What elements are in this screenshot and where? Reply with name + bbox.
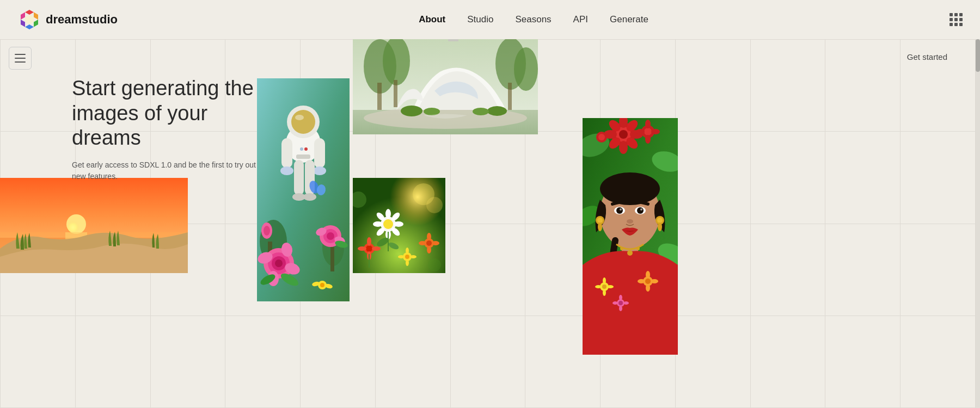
grid-cell: [301, 316, 376, 408]
svg-rect-13: [296, 154, 310, 159]
svg-point-15: [304, 147, 308, 151]
grid-dot: [959, 13, 963, 16]
svg-point-155: [619, 306, 622, 311]
svg-point-161: [646, 284, 650, 292]
svg-point-127: [651, 129, 660, 134]
grid-cell: [151, 316, 226, 408]
svg-point-55: [487, 106, 507, 116]
svg-rect-10: [314, 138, 325, 168]
grid-cell: [676, 224, 751, 316]
svg-point-82: [367, 237, 371, 246]
nav-link-studio[interactable]: Studio: [467, 14, 493, 25]
svg-point-96: [419, 241, 426, 245]
svg-point-141: [597, 218, 603, 223]
grid-cell: [751, 40, 826, 132]
svg-point-74: [373, 221, 383, 227]
nav-link-generate[interactable]: Generate: [610, 14, 648, 25]
svg-point-8: [295, 115, 304, 120]
flowers-svg: [353, 178, 445, 273]
svg-point-145: [658, 222, 662, 231]
svg-point-14: [300, 147, 303, 151]
svg-point-72: [385, 209, 391, 219]
svg-point-135: [620, 208, 622, 211]
svg-point-149: [603, 289, 606, 296]
image-sunset-bg: [0, 178, 188, 273]
svg-point-148: [603, 277, 606, 284]
scrollbar[interactable]: [976, 0, 980, 408]
image-astronaut: [257, 78, 350, 301]
svg-point-160: [646, 271, 650, 279]
grid-cell: [676, 316, 751, 408]
logo-icon: [17, 8, 41, 32]
scrollbar-thumb[interactable]: [976, 39, 980, 72]
svg-point-134: [616, 207, 623, 214]
svg-point-129: [598, 134, 605, 140]
svg-point-163: [651, 279, 658, 283]
grid-dot: [950, 13, 953, 16]
grid-cell: [901, 132, 976, 224]
svg-point-151: [607, 285, 614, 288]
hero-section: Start generating the images of your drea…: [72, 76, 257, 182]
grid-cell: [376, 316, 451, 408]
svg-point-34: [264, 226, 270, 236]
portrait-svg: [583, 118, 678, 355]
svg-rect-16: [294, 160, 304, 195]
svg-point-165: [620, 247, 623, 250]
hamburger-icon: [15, 61, 26, 63]
svg-point-113: [619, 130, 628, 139]
hero-title: Start generating the images of your drea…: [72, 76, 257, 151]
grid-cell: [751, 316, 826, 408]
svg-point-89: [406, 259, 409, 266]
svg-point-23: [275, 259, 283, 267]
grid-cell: [76, 316, 151, 408]
svg-point-7: [291, 110, 315, 134]
svg-point-139: [627, 219, 633, 224]
svg-point-103: [428, 258, 441, 271]
grid-apps-icon[interactable]: [950, 13, 963, 26]
svg-point-12: [313, 166, 326, 175]
grid-cell: [825, 316, 901, 408]
nav-link-seasons[interactable]: Seasons: [515, 14, 551, 25]
grid-cell: [451, 316, 526, 408]
grid-dot: [959, 18, 963, 21]
svg-point-159: [645, 279, 651, 284]
svg-point-95: [427, 246, 431, 254]
svg-point-69: [426, 197, 443, 213]
svg-rect-9: [281, 138, 292, 168]
svg-rect-51: [508, 83, 512, 110]
grid-dot: [950, 23, 953, 26]
svg-point-87: [405, 255, 409, 259]
svg-point-142: [598, 222, 602, 231]
nav-link-about[interactable]: About: [419, 14, 445, 25]
logo[interactable]: dreamstudio: [17, 8, 118, 32]
svg-point-91: [410, 255, 416, 258]
svg-point-75: [394, 221, 403, 227]
sidebar-toggle-button[interactable]: [9, 47, 32, 70]
grid-cell: [751, 224, 826, 316]
sunset-svg: [0, 178, 188, 273]
svg-point-166: [636, 247, 640, 250]
svg-point-30: [327, 232, 334, 240]
image-portrait-bg: [583, 118, 678, 355]
navbar: dreamstudio About Studio Seasons API Gen…: [0, 0, 980, 39]
image-flowers: [353, 178, 445, 273]
svg-rect-59: [452, 39, 458, 41]
svg-point-62: [66, 214, 86, 234]
astronaut-svg: [257, 78, 350, 301]
grid-dot: [954, 23, 958, 26]
nav-link-api[interactable]: API: [573, 14, 588, 25]
svg-point-88: [406, 248, 409, 254]
grid-cell: [1, 316, 76, 408]
get-started-link[interactable]: Get started: [907, 52, 947, 61]
svg-point-81: [366, 245, 372, 252]
grid-dot: [954, 13, 958, 16]
image-sunset: [0, 178, 188, 273]
image-architecture: [353, 39, 538, 134]
logo-text: dreamstudio: [46, 13, 118, 27]
svg-point-123: [644, 128, 652, 135]
svg-rect-47: [377, 83, 382, 110]
svg-point-162: [638, 279, 645, 283]
svg-point-84: [358, 246, 366, 251]
svg-point-90: [398, 255, 405, 258]
grid-cell: [901, 224, 976, 316]
